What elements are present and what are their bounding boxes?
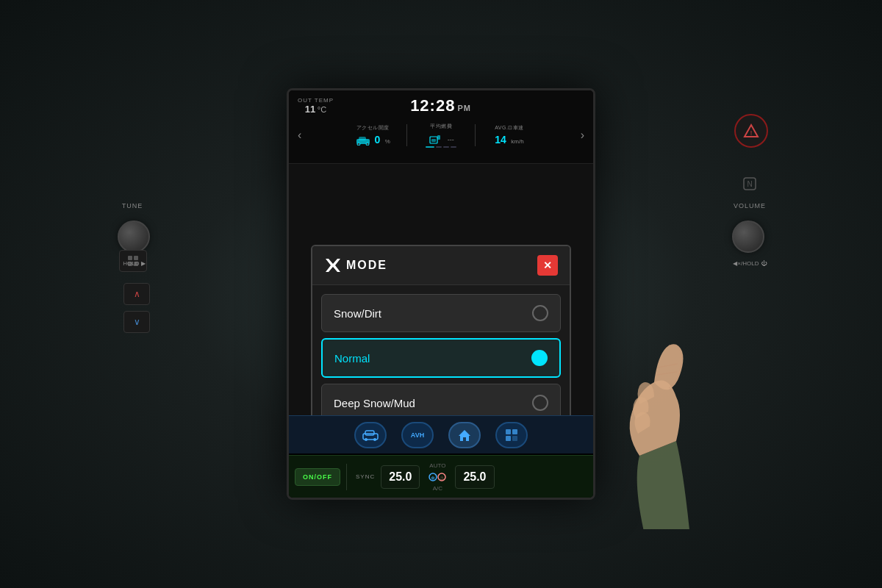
xmode-logo-icon (324, 257, 342, 273)
svg-rect-14 (431, 139, 436, 142)
hazard-button[interactable]: ! (734, 114, 768, 148)
nav-car-button[interactable] (354, 422, 387, 448)
status-bar: OUT TEMP 11 °C 12:28PM ‹ アクセル開度 (289, 90, 593, 164)
speed-metric: AVG.⊡車速 14 km/h (487, 124, 531, 146)
svg-point-11 (366, 143, 369, 146)
car-interior-scene: TUNE VOLUME ! N ∧ ∨ HOLD ▶ (0, 0, 882, 588)
option-normal-label: Normal (334, 352, 370, 365)
xmode-options: Snow/Dirt Normal Deep Snow/Mud (312, 285, 570, 431)
option-snow-dirt-radio (532, 305, 548, 321)
svg-marker-20 (459, 430, 470, 441)
xmode-title: MODE (324, 257, 387, 273)
bottom-nav: AVH (289, 415, 593, 453)
svg-rect-13 (437, 135, 440, 140)
down-icon: ∨ (134, 317, 140, 327)
nav-left-arrow[interactable]: ‹ (298, 129, 301, 142)
nav-home-button[interactable] (448, 422, 481, 448)
svg-point-19 (373, 438, 376, 441)
screen-main: MODE ✕ Snow/Dirt Normal (289, 164, 593, 451)
climate-temp-left[interactable]: 25.0 (381, 465, 420, 489)
time-display: 12:28PM (410, 96, 471, 115)
up-button[interactable]: ∧ (123, 283, 150, 305)
svg-rect-22 (512, 429, 517, 434)
volume-knob[interactable] (732, 220, 764, 253)
option-snow-dirt[interactable]: Snow/Dirt (321, 294, 561, 332)
option-normal[interactable]: Normal (321, 338, 561, 378)
climate-onoff-button[interactable]: ON/OFF (295, 468, 340, 486)
svg-text:❄: ❄ (431, 476, 435, 481)
option-snow-dirt-label: Snow/Dirt (334, 307, 381, 320)
svg-text:N: N (747, 180, 752, 188)
option-normal-radio (531, 350, 548, 366)
svg-text:!: ! (750, 129, 753, 137)
accel-metric: アクセル開度 0 % (351, 124, 395, 146)
svg-rect-17 (365, 431, 374, 435)
svg-text:♨: ♨ (440, 475, 445, 481)
hold-label: HOLD ▶ (114, 260, 154, 267)
tune-knob[interactable] (118, 220, 150, 253)
svg-rect-9 (359, 137, 366, 140)
svg-marker-15 (326, 259, 340, 272)
climate-temp-right[interactable]: 25.0 (455, 465, 494, 489)
down-button[interactable]: ∨ (123, 311, 150, 333)
nav-avh-button[interactable]: AVH (401, 422, 434, 448)
mute-hold-label: ◀×/HOLD ⏻ (724, 260, 775, 267)
climate-bar: ON/OFF SYNC 25.0 AUTO ❄ ♨ A/C 25.0 (289, 455, 593, 498)
option-deep-snow-mud-label: Deep Snow/Mud (334, 397, 415, 409)
nav-right-arrow[interactable]: › (581, 129, 584, 142)
svg-point-18 (365, 438, 368, 441)
nfc-icon: N (742, 176, 757, 195)
xmode-modal: MODE ✕ Snow/Dirt Normal (311, 245, 571, 432)
main-screen: OUT TEMP 11 °C 12:28PM ‹ アクセル開度 (287, 88, 595, 500)
xmode-close-button[interactable]: ✕ (537, 255, 558, 276)
xmode-header: MODE ✕ (312, 246, 570, 285)
up-icon: ∧ (134, 289, 140, 299)
nav-menu-button[interactable] (495, 422, 528, 448)
tune-label: TUNE (114, 202, 151, 209)
svg-rect-21 (506, 429, 511, 434)
fuel-metric: 平均燃費 --- (419, 123, 463, 148)
volume-label: VOLUME (731, 202, 768, 209)
svg-rect-24 (512, 436, 517, 441)
option-deep-snow-mud-radio (532, 395, 548, 411)
svg-point-10 (357, 143, 360, 146)
svg-rect-23 (506, 436, 511, 441)
out-temp-display: OUT TEMP 11 °C (298, 97, 334, 115)
